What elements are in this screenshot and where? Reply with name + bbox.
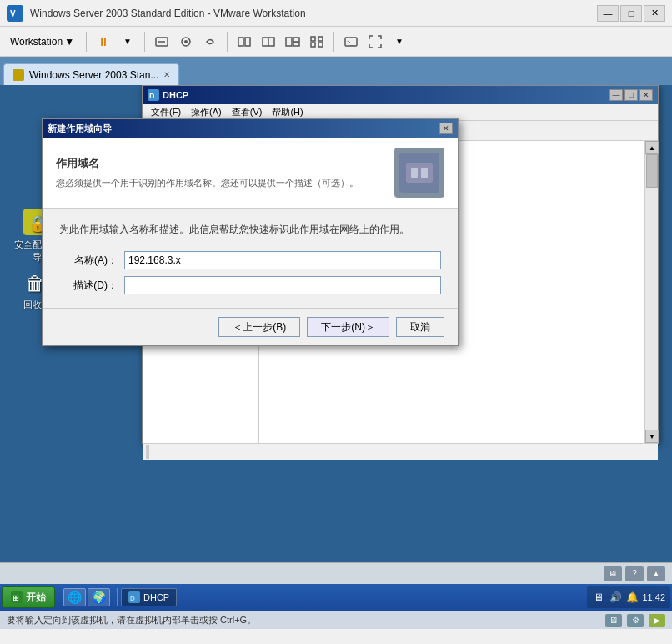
wizard-header-text: 作用域名 您必须提供一个用于识别的作用域名称。您还可以提供一个描述（可选）。 bbox=[56, 156, 384, 190]
view-button-1[interactable] bbox=[233, 30, 256, 53]
app-titlebar: V Windows Server 2003 Standard Edition -… bbox=[0, 0, 672, 27]
scrollbar-thumb[interactable] bbox=[646, 154, 658, 188]
vm-status-icon-3[interactable]: ▲ bbox=[647, 566, 665, 581]
hint-text: 要将输入定向到该虚拟机，请在虚拟机内部单击或按 Ctrl+G。 bbox=[7, 614, 256, 626]
tray-clock: 11:42 bbox=[642, 592, 665, 602]
dhcp-menu-view[interactable]: 查看(V) bbox=[227, 105, 268, 119]
start-icon: ⊞ bbox=[11, 591, 23, 603]
wizard-titlebar: 新建作用域向导 ✕ bbox=[43, 119, 458, 138]
taskbar-dhcp-label: DHCP bbox=[143, 592, 169, 602]
scrollbar-down-button[interactable]: ▼ bbox=[645, 430, 659, 443]
wizard-name-input[interactable] bbox=[124, 251, 441, 269]
pause-button[interactable]: ⏸ bbox=[92, 30, 115, 53]
dhcp-maximize-button[interactable]: □ bbox=[624, 89, 638, 101]
titlebar-controls: — □ ✕ bbox=[597, 5, 665, 22]
dhcp-menu-action[interactable]: 操作(A) bbox=[186, 105, 227, 119]
dhcp-minimize-button[interactable]: — bbox=[609, 89, 623, 101]
send-ctrl-alt-del-button[interactable] bbox=[150, 30, 173, 53]
minimize-button[interactable]: — bbox=[597, 5, 619, 22]
view-button-4[interactable] bbox=[305, 30, 328, 53]
maximize-button[interactable]: □ bbox=[620, 5, 642, 22]
dhcp-taskbar-icon: D bbox=[128, 591, 140, 603]
svg-rect-12 bbox=[293, 43, 299, 46]
vm-status-icons: 🖥 ? ▲ bbox=[604, 566, 665, 581]
dhcp-close-button[interactable]: ✕ bbox=[639, 89, 653, 101]
wizard-header-desc: 您必须提供一个用于识别的作用域名称。您还可以提供一个描述（可选）。 bbox=[56, 176, 384, 190]
svg-rect-13 bbox=[311, 37, 315, 41]
tray-icon-3[interactable]: 🔔 bbox=[625, 591, 639, 604]
wizard-desc-label: 描述(D)： bbox=[59, 279, 118, 293]
svg-rect-27 bbox=[411, 168, 418, 178]
revert-button[interactable] bbox=[198, 30, 222, 53]
workstation-dropdown-icon: ▼ bbox=[64, 36, 74, 48]
tab-bar: Windows Server 2003 Stan... ✕ bbox=[0, 57, 672, 85]
toolbar-separator-3 bbox=[227, 32, 228, 52]
hint-icon-1[interactable]: 🖥 bbox=[605, 614, 622, 627]
toolbar-group-2 bbox=[150, 30, 222, 53]
wizard-header: 作用域名 您必须提供一个用于识别的作用域名称。您还可以提供一个描述（可选）。 bbox=[43, 138, 458, 209]
vm-display[interactable]: 🔒 安全配置向导 🗑 回收站 D DHCP bbox=[0, 85, 672, 611]
scrollbar-track[interactable] bbox=[645, 154, 658, 430]
toolbar-separator-1 bbox=[86, 32, 87, 52]
wizard-header-icon bbox=[394, 148, 444, 198]
wizard-back-button[interactable]: ＜上一步(B) bbox=[218, 317, 300, 337]
hint-icons: 🖥 ⚙ ▶ bbox=[605, 614, 665, 627]
wizard-footer: ＜上一步(B) 下一步(N)＞ 取消 bbox=[43, 308, 458, 345]
svg-point-5 bbox=[184, 40, 188, 43]
app-title: Windows Server 2003 Standard Edition - V… bbox=[30, 8, 597, 19]
dhcp-titlebar: D DHCP — □ ✕ bbox=[143, 86, 658, 104]
hint-icon-3[interactable]: ▶ bbox=[649, 614, 665, 627]
ie-icon-1[interactable]: 🌐 bbox=[63, 588, 86, 606]
vm-status-icon-2[interactable]: ? bbox=[625, 566, 644, 581]
dhcp-menu-file[interactable]: 文件(F) bbox=[146, 105, 186, 119]
snapshot-button[interactable] bbox=[174, 30, 198, 53]
console-button[interactable]: >_ bbox=[339, 30, 363, 53]
vm-status-icon-1[interactable]: 🖥 bbox=[604, 566, 622, 581]
system-tray: 🖥 🔊 🔔 11:42 bbox=[587, 586, 670, 608]
taskbar-dhcp[interactable]: D DHCP bbox=[121, 588, 177, 606]
view-button-3[interactable] bbox=[281, 30, 304, 53]
tray-icon-1[interactable]: 🖥 bbox=[592, 591, 605, 604]
app-menubar: Workstation ▼ ⏸ ▼ bbox=[0, 27, 672, 57]
toolbar-group-3 bbox=[233, 30, 328, 53]
wizard-next-button[interactable]: 下一步(N)＞ bbox=[307, 317, 389, 337]
tab-close-button[interactable]: ✕ bbox=[163, 70, 170, 79]
pause-dropdown[interactable]: ▼ bbox=[116, 30, 139, 53]
fullscreen-button[interactable] bbox=[364, 30, 387, 53]
ie-icon-2[interactable]: 🌍 bbox=[88, 588, 110, 606]
vm-inner-statusbar: 🖥 ? ▲ bbox=[0, 562, 672, 584]
svg-rect-16 bbox=[318, 43, 323, 47]
hint-icon-2[interactable]: ⚙ bbox=[627, 614, 644, 627]
toolbar-group-4: >_ ▼ bbox=[339, 30, 411, 53]
hint-bar: 要将输入定向到该虚拟机，请在虚拟机内部单击或按 Ctrl+G。 🖥 ⚙ ▶ bbox=[0, 611, 672, 629]
tray-icon-2[interactable]: 🔊 bbox=[609, 591, 622, 604]
view-button-2[interactable] bbox=[257, 30, 280, 53]
scrollbar-up-button[interactable]: ▲ bbox=[645, 141, 659, 154]
svg-rect-11 bbox=[293, 38, 299, 42]
close-button[interactable]: ✕ bbox=[644, 5, 665, 22]
svg-text:>_: >_ bbox=[347, 39, 354, 46]
wizard-desc-field: 描述(D)： bbox=[59, 276, 441, 294]
svg-rect-6 bbox=[238, 38, 243, 46]
wizard-desc-input[interactable] bbox=[124, 276, 441, 294]
workstation-menu[interactable]: Workstation ▼ bbox=[3, 33, 81, 51]
dhcp-statusbar bbox=[143, 443, 658, 460]
wizard-title: 新建作用域向导 bbox=[48, 123, 112, 135]
taskbar-separator bbox=[117, 588, 118, 606]
workstation-label: Workstation bbox=[10, 36, 63, 48]
app-logo: V bbox=[7, 5, 23, 22]
tab-icon bbox=[13, 69, 24, 81]
app-frame: V Windows Server 2003 Standard Edition -… bbox=[0, 0, 672, 644]
fullscreen-dropdown[interactable]: ▼ bbox=[388, 30, 411, 53]
svg-text:D: D bbox=[130, 595, 135, 602]
vm-tab[interactable]: Windows Server 2003 Stan... ✕ bbox=[3, 63, 179, 85]
dhcp-menu-help[interactable]: 帮助(H) bbox=[267, 105, 308, 119]
svg-text:V: V bbox=[10, 9, 16, 18]
svg-rect-10 bbox=[286, 38, 292, 46]
wizard-cancel-button[interactable]: 取消 bbox=[396, 317, 444, 337]
dhcp-titlebar-buttons: — □ ✕ bbox=[609, 89, 653, 101]
dhcp-scrollbar[interactable]: ▲ ▼ bbox=[644, 141, 658, 443]
wizard-close-button[interactable]: ✕ bbox=[439, 123, 453, 134]
toolbar-separator-4 bbox=[333, 32, 334, 52]
start-button[interactable]: ⊞ 开始 bbox=[2, 586, 55, 608]
